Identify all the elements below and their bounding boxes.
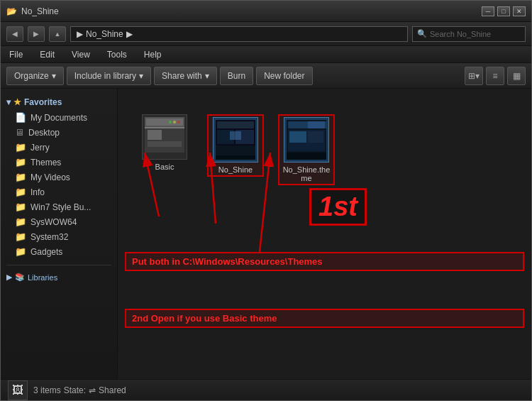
- first-annotation-label: 1st: [309, 188, 367, 226]
- sidebar-item-gadgets-label: Gadgets: [31, 247, 62, 257]
- file-noshine-label: No_Shine: [218, 165, 253, 174]
- title-bar-left: 📂 No_Shine: [6, 6, 59, 16]
- noshine-theme2-svg: [287, 120, 326, 160]
- libraries-header[interactable]: ▶ 📚 Libraries: [1, 270, 117, 285]
- svg-point-8: [173, 121, 176, 123]
- items-count: 3 items: [33, 385, 61, 395]
- desktop-icon: 🖥: [15, 127, 24, 138]
- sidebar-item-mydocuments[interactable]: 📄 My Documents: [1, 110, 117, 125]
- sidebar-item-syswow64[interactable]: 📁 SysWOW64: [1, 214, 117, 229]
- file-noshine-theme-label: No_Shine.theme: [281, 165, 332, 182]
- menu-tools[interactable]: Tools: [104, 48, 130, 61]
- libraries-icon: 📚: [15, 273, 25, 282]
- favorites-header[interactable]: ▾ ★ Favorites: [1, 94, 117, 110]
- menu-file[interactable]: File: [6, 48, 26, 61]
- svg-rect-20: [289, 131, 306, 143]
- svg-point-9: [169, 121, 172, 123]
- favorites-chevron: ▾: [6, 97, 11, 107]
- svg-rect-4: [148, 141, 182, 147]
- path-text: ▶: [77, 29, 83, 39]
- svg-rect-2: [145, 127, 184, 128]
- themes-icon: 📁: [15, 157, 26, 167]
- favorites-section: ▾ ★ Favorites 📄 My Documents 🖥 Desktop 📁…: [1, 94, 117, 259]
- include-library-button[interactable]: Include in library ▾: [67, 67, 151, 85]
- toolbar-right: ⊞▾ ≡ ▦: [465, 67, 526, 85]
- jerry-icon: 📁: [15, 142, 26, 153]
- svg-point-7: [177, 121, 180, 123]
- svg-rect-14: [216, 145, 255, 155]
- file-basic[interactable]: Basic: [136, 114, 193, 171]
- shared-label: Shared: [99, 385, 126, 395]
- sidebar-item-system32[interactable]: 📁 System32: [1, 229, 117, 244]
- file-noshine-theme[interactable]: No_Shine.theme: [278, 114, 335, 185]
- file-noshine-icon: [213, 117, 258, 163]
- svg-rect-15: [216, 155, 255, 160]
- toolbar: Organize ▾ Include in library ▾ Share wi…: [1, 63, 531, 89]
- myvideos-icon: 📁: [15, 172, 26, 182]
- file-basic-label: Basic: [155, 163, 174, 171]
- burn-button[interactable]: Burn: [220, 67, 253, 85]
- up-button[interactable]: ▲: [49, 26, 66, 42]
- menu-help[interactable]: Help: [141, 48, 165, 61]
- syswow64-icon: 📁: [15, 216, 26, 227]
- sidebar-item-myvideos[interactable]: 📁 My Videos: [1, 170, 117, 185]
- sidebar-item-info[interactable]: 📁 Info: [1, 185, 117, 199]
- noshine-theme-svg: [216, 120, 255, 160]
- status-thumbnail: 🖼: [8, 380, 28, 400]
- libraries-label: Libraries: [28, 273, 57, 282]
- sidebar-item-system32-label: System32: [31, 232, 68, 242]
- sidebar-item-themes[interactable]: 📁 Themes: [1, 155, 117, 170]
- view-list-button[interactable]: ≡: [486, 67, 504, 85]
- path-instruction-box: Put both in C:\Windows\Resources\Themes: [125, 252, 524, 271]
- win7-icon: 📁: [15, 202, 26, 212]
- sidebar: ▾ ★ Favorites 📄 My Documents 🖥 Desktop 📁…: [1, 89, 118, 379]
- svg-rect-22: [287, 153, 326, 160]
- maximize-button[interactable]: □: [497, 6, 510, 16]
- open-instruction-text: 2nd Open if you use Basic theme: [132, 313, 277, 324]
- preview-button[interactable]: ▦: [507, 67, 526, 85]
- file-noshine-theme-icon: [284, 117, 329, 163]
- back-button[interactable]: ◀: [6, 26, 23, 42]
- sidebar-item-syswow64-label: SysWOW64: [31, 217, 77, 227]
- address-path[interactable]: ▶ No_Shine ▶: [70, 26, 408, 42]
- window-icon: 📂: [6, 6, 17, 16]
- organize-button[interactable]: Organize ▾: [6, 67, 64, 85]
- main-window: 📂 No_Shine ─ □ ✕ ◀ ▶ ▲ ▶ No_Shine ▶ 🔍 Se…: [0, 0, 532, 401]
- search-box[interactable]: 🔍 Search No_Shine: [412, 26, 526, 42]
- minimize-button[interactable]: ─: [482, 6, 494, 16]
- forward-button[interactable]: ▶: [28, 26, 45, 42]
- menu-edit[interactable]: Edit: [37, 48, 57, 61]
- svg-rect-3: [148, 130, 162, 140]
- menu-bar: File Edit View Tools Help: [1, 46, 531, 63]
- sidebar-item-win7-label: Win7 Style Bu...: [31, 202, 91, 212]
- main-content: ▾ ★ Favorites 📄 My Documents 🖥 Desktop 📁…: [1, 89, 531, 379]
- file-icons-row: Basic No_: [136, 114, 520, 185]
- status-bar: 🖼 3 items State: ⇌ Shared: [1, 379, 531, 400]
- file-noshine[interactable]: No_Shine: [207, 114, 264, 177]
- status-thumb-icon: 🖼: [12, 384, 23, 397]
- sidebar-item-win7[interactable]: 📁 Win7 Style Bu...: [1, 199, 117, 214]
- sidebar-item-desktop[interactable]: 🖥 Desktop: [1, 125, 117, 140]
- sidebar-item-jerry[interactable]: 📁 Jerry: [1, 140, 117, 155]
- share-with-button[interactable]: Share with ▾: [154, 67, 217, 85]
- close-button[interactable]: ✕: [513, 6, 526, 16]
- info-icon: 📁: [15, 187, 26, 197]
- search-placeholder: Search No_Shine: [430, 30, 491, 38]
- mydocuments-icon: 📄: [15, 112, 26, 123]
- svg-rect-16: [230, 131, 241, 140]
- basic-theme-svg: [145, 117, 184, 157]
- libraries-chevron: ▶: [6, 273, 12, 282]
- sidebar-item-mydocuments-label: My Documents: [31, 113, 87, 123]
- state-label: State:: [64, 385, 86, 395]
- view-options-button[interactable]: ⊞▾: [465, 67, 483, 85]
- libraries-section: ▶ 📚 Libraries: [1, 270, 117, 285]
- include-chevron: ▾: [139, 71, 143, 81]
- menu-view[interactable]: View: [69, 48, 93, 61]
- share-chevron: ▾: [205, 71, 209, 81]
- title-bar: 📂 No_Shine ─ □ ✕: [1, 1, 531, 22]
- sidebar-item-jerry-label: Jerry: [31, 143, 50, 153]
- sidebar-item-gadgets[interactable]: 📁 Gadgets: [1, 244, 117, 259]
- window-controls: ─ □ ✕: [482, 6, 526, 16]
- status-text: 3 items State: ⇌ Shared: [33, 385, 126, 395]
- new-folder-button[interactable]: New folder: [256, 67, 312, 85]
